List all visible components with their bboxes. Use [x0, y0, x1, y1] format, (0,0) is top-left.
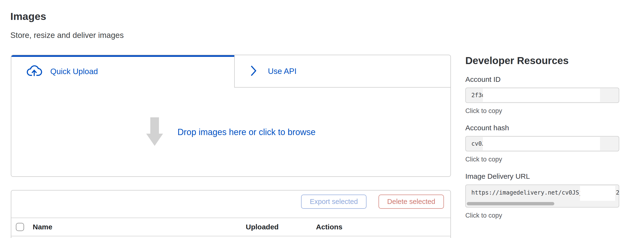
- page-subtitle: Store, resize and deliver images: [10, 31, 124, 40]
- dropzone-label: Drop images here or click to browse: [178, 127, 316, 137]
- tab-quick-upload[interactable]: Quick Upload: [11, 55, 234, 88]
- page-header: Images Store, resize and deliver images: [10, 10, 124, 40]
- account-id-field[interactable]: 2f3d: [465, 88, 619, 103]
- account-id-label: Account ID: [465, 75, 619, 84]
- image-delivery-url-label: Image Delivery URL: [465, 172, 619, 180]
- image-delivery-url-field[interactable]: https://imagedelivery.net/cv0JSj 2: [465, 185, 619, 208]
- chevron-right-icon: [250, 65, 257, 78]
- images-table-card: Export selected Delete selected Name Upl…: [11, 190, 451, 238]
- developer-resources-panel: Developer Resources Account ID 2f3d Clic…: [465, 56, 619, 219]
- url-field-scrollbar-thumb[interactable]: [467, 202, 554, 205]
- arrow-down-icon: [146, 117, 163, 147]
- table-divider-bottom: [11, 236, 450, 236]
- account-hash-copy-hint: Click to copy: [465, 156, 619, 163]
- upload-card: Quick Upload Use API Drop images here or…: [11, 55, 451, 177]
- developer-resources-title: Developer Resources: [465, 56, 619, 66]
- redaction-overlay: [483, 89, 600, 102]
- redaction-overlay: [483, 137, 600, 150]
- image-delivery-url-value: https://imagedelivery.net/cv0JSj: [471, 189, 582, 196]
- tab-use-api[interactable]: Use API: [234, 55, 450, 88]
- column-header-actions: Actions: [316, 223, 342, 231]
- tab-use-api-label: Use API: [268, 67, 296, 76]
- dropzone[interactable]: Drop images here or click to browse: [11, 88, 450, 177]
- export-selected-button[interactable]: Export selected: [301, 195, 366, 209]
- table-toolbar: Export selected Delete selected: [11, 195, 444, 209]
- tab-quick-upload-label: Quick Upload: [50, 67, 98, 76]
- column-header-uploaded: Uploaded: [246, 223, 279, 231]
- image-delivery-url-copy-hint: Click to copy: [465, 212, 619, 219]
- image-delivery-url-tail: 2: [616, 189, 619, 196]
- account-hash-field[interactable]: cv0J: [465, 136, 619, 151]
- select-all-checkbox[interactable]: [16, 223, 24, 231]
- table-header-row: Name Uploaded Actions: [11, 218, 450, 236]
- active-tab-indicator: [11, 55, 234, 57]
- url-field-scrollbar[interactable]: [467, 202, 618, 205]
- account-hash-label: Account hash: [465, 124, 619, 132]
- tab-strip: Quick Upload Use API: [11, 55, 450, 88]
- column-header-name: Name: [33, 223, 52, 231]
- account-id-copy-hint: Click to copy: [465, 107, 619, 115]
- delete-selected-button[interactable]: Delete selected: [378, 195, 444, 209]
- redaction-overlay: [580, 186, 615, 201]
- cloud-upload-icon: [26, 65, 42, 78]
- page-title: Images: [10, 10, 124, 22]
